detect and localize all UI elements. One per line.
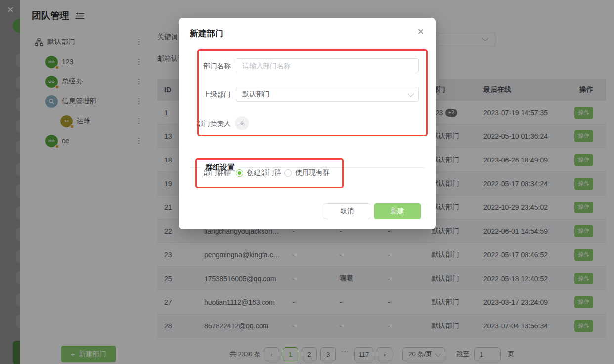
- radio-unselected-icon: [284, 169, 292, 177]
- add-leader-button[interactable]: +: [235, 116, 249, 130]
- chevron-down-icon: [408, 90, 414, 97]
- parent-dept-select[interactable]: 默认部门: [236, 87, 419, 102]
- dept-name-label: 部门名称: [191, 58, 231, 73]
- radio-existing-group-label: 使用现有群: [295, 168, 330, 177]
- dialog-close-icon[interactable]: ✕: [416, 27, 426, 37]
- dept-chat-label: 部门群聊: [191, 168, 231, 176]
- parent-dept-value: 默认部门: [242, 90, 408, 99]
- dialog-title: 新建部门: [190, 28, 223, 39]
- radio-existing-group[interactable]: 使用现有群: [284, 168, 330, 177]
- new-department-dialog: 新建部门 ✕ 部门名称 上级部门 默认部门 部门负责人 + 群组设置 部门群聊 …: [179, 18, 436, 229]
- radio-create-group-label: 创建部门群: [247, 168, 281, 177]
- dept-name-input[interactable]: [236, 58, 419, 73]
- radio-create-group[interactable]: 创建部门群: [236, 168, 281, 177]
- dept-leader-label: 部门负责人: [191, 116, 231, 131]
- parent-dept-label: 上级部门: [191, 87, 231, 102]
- create-button[interactable]: 新建: [374, 203, 421, 219]
- cancel-button[interactable]: 取消: [324, 203, 370, 219]
- radio-selected-icon: [236, 169, 243, 177]
